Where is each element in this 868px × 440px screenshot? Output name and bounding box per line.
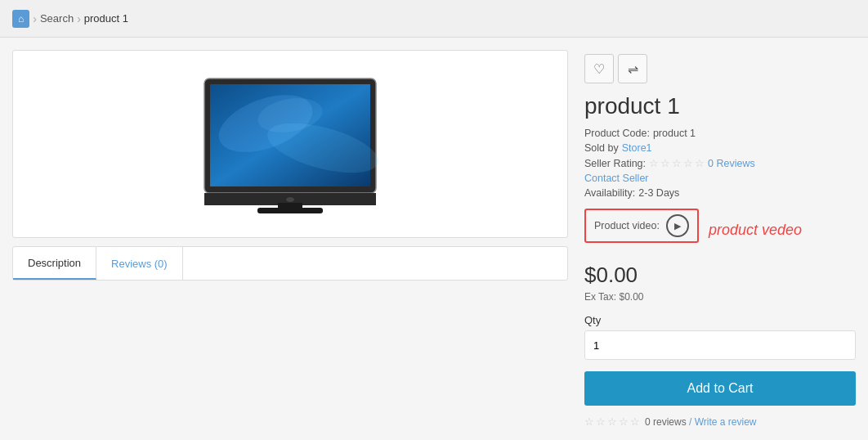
breadcrumb-product: product 1: [84, 12, 128, 25]
tab-description[interactable]: Description: [13, 247, 96, 280]
svg-point-9: [286, 197, 294, 202]
review-stars: ☆ ☆ ☆ ☆ ☆: [584, 415, 640, 428]
add-to-cart-button[interactable]: Add to Cart: [584, 371, 856, 406]
contact-seller-link[interactable]: Contact Seller: [584, 173, 649, 184]
breadcrumb-sep-2: ›: [77, 12, 81, 25]
heart-icon: ♡: [593, 61, 605, 77]
product-title: product 1: [584, 93, 856, 119]
product-image-box: [12, 50, 568, 238]
availability-value: 2-3 Days: [638, 187, 679, 199]
seller-stars: ☆ ☆ ☆ ☆ ☆: [649, 157, 705, 169]
product-code-label: Product Code:: [584, 128, 650, 139]
star-1: ☆: [649, 157, 659, 169]
contact-seller-row: Contact Seller: [584, 173, 856, 184]
play-icon: ▶: [674, 221, 681, 231]
tabs-bar: Description Reviews (0): [12, 246, 568, 281]
review-star-2: ☆: [596, 415, 606, 428]
action-buttons: ♡ ⇌: [584, 54, 856, 83]
monitor-svg: [200, 74, 380, 213]
svg-rect-8: [257, 208, 323, 213]
reviews-text: 0 reviews / Write a review: [645, 416, 757, 428]
wishlist-button[interactable]: ♡: [584, 54, 614, 83]
review-star-5: ☆: [630, 415, 640, 428]
qty-input[interactable]: [584, 330, 856, 360]
ex-tax-label: Ex Tax:: [584, 291, 616, 303]
ex-tax: Ex Tax: $0.00: [584, 291, 856, 303]
seller-reviews-link[interactable]: 0 Reviews: [708, 158, 755, 169]
qty-label: Qty: [584, 314, 856, 326]
breadcrumb-sep-1: ›: [33, 12, 37, 25]
product-price: $0.00: [584, 263, 856, 288]
review-star-4: ☆: [619, 415, 629, 428]
ex-tax-value: $0.00: [619, 291, 643, 303]
availability-row: Availability: 2-3 Days: [584, 187, 856, 199]
write-review-link[interactable]: / Write a review: [689, 416, 756, 428]
breadcrumb-search[interactable]: Search: [40, 12, 74, 25]
video-label: Product video:: [594, 220, 660, 231]
star-2: ☆: [660, 157, 670, 169]
play-button[interactable]: ▶: [666, 214, 689, 237]
compare-icon: ⇌: [628, 61, 638, 77]
sold-by-row: Sold by Store1: [584, 142, 856, 154]
compare-button[interactable]: ⇌: [618, 54, 647, 83]
star-3: ☆: [672, 157, 682, 169]
product-code-value: product 1: [653, 128, 696, 139]
product-image: [200, 74, 380, 213]
left-panel: Description Reviews (0): [12, 50, 568, 428]
review-count: 0 reviews: [645, 416, 687, 428]
video-box: Product video: ▶: [584, 209, 699, 243]
star-5: ☆: [695, 157, 705, 169]
breadcrumb: ⌂ › Search › product 1: [0, 0, 868, 38]
review-star-1: ☆: [584, 415, 594, 428]
home-icon: ⌂: [18, 13, 24, 25]
product-code-row: Product Code: product 1: [584, 128, 856, 139]
main-content: Description Reviews (0) ♡ ⇌ product 1 Pr…: [0, 38, 868, 440]
seller-rating-row: Seller Rating: ☆ ☆ ☆ ☆ ☆ 0 Reviews: [584, 157, 856, 169]
sold-by-label: Sold by: [584, 142, 619, 154]
video-caption: product vedeo: [709, 222, 802, 239]
reviews-row: ☆ ☆ ☆ ☆ ☆ 0 reviews / Write a review: [584, 415, 856, 428]
product-meta: Product Code: product 1 Sold by Store1 S…: [584, 128, 856, 199]
home-button[interactable]: ⌂: [12, 10, 29, 28]
seller-link[interactable]: Store1: [622, 142, 652, 154]
rating-label: Seller Rating:: [584, 158, 646, 169]
review-star-3: ☆: [607, 415, 617, 428]
right-panel: ♡ ⇌ product 1 Product Code: product 1 So…: [584, 50, 856, 428]
star-4: ☆: [683, 157, 693, 169]
tab-reviews[interactable]: Reviews (0): [96, 247, 183, 280]
availability-label: Availability:: [584, 187, 635, 199]
